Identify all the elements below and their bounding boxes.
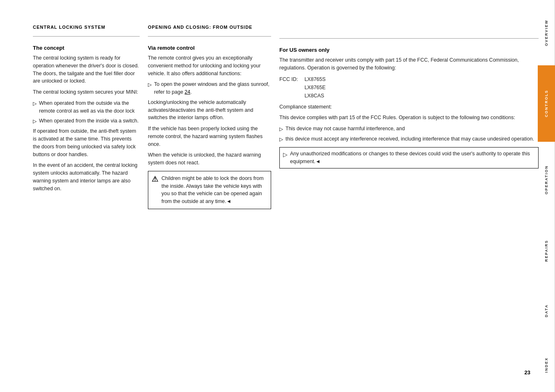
middle-paragraph-1: The remote control gives you an exceptio…: [148, 54, 271, 77]
left-divider: [33, 36, 140, 37]
compliance-title: Compliance statement:: [279, 103, 539, 111]
middle-bullet-1: ▷ To open the power windows and the glas…: [148, 81, 271, 96]
fcc-label: FCC ID:: [279, 75, 298, 100]
right-bullet-2-text: this device must accept any interference…: [286, 135, 534, 143]
right-bullet-2: ▷ this device must accept any interferen…: [279, 135, 539, 143]
sidebar-operation-label: OPERATION: [544, 166, 548, 195]
bullet-arrow-icon-5: ▷: [279, 136, 283, 143]
sidebar-overview-label: OVERVIEW: [544, 19, 548, 46]
middle-paragraph-3: If the vehicle has been properly locked …: [148, 125, 271, 148]
fcc-row: FCC ID: LX8765S LX8765E LX8CAS: [279, 75, 539, 100]
middle-column: OPENING AND CLOSING: FROM OUTSIDE Via re…: [148, 25, 271, 376]
bullet-arrow-icon-4: ▷: [279, 125, 283, 133]
left-column: CENTRAL LOCKING SYSTEM The concept The c…: [33, 25, 140, 376]
sidebar-item-data[interactable]: DATA: [538, 284, 555, 338]
left-paragraph-2: The central locking system secures your …: [33, 88, 140, 96]
right-paragraph-1: The transmitter and receiver units compl…: [279, 56, 539, 72]
compliance-text: This device complies with part 15 of the…: [279, 114, 539, 122]
sidebar-index-label: INDEX: [544, 357, 548, 373]
sidebar-item-repairs[interactable]: REPAIRS: [538, 218, 555, 284]
columns-row: CENTRAL LOCKING SYSTEM The concept The c…: [33, 25, 539, 376]
left-bullet-1: ▷ When operated from the outside via the…: [33, 99, 140, 115]
middle-subsection-title: Via remote control: [148, 45, 271, 51]
main-content: CENTRAL LOCKING SYSTEM The concept The c…: [0, 0, 555, 392]
right-bullet-1-text: This device may not cause harmful interf…: [286, 125, 405, 133]
fcc-value-3: LX8CAS: [304, 92, 325, 100]
sidebar-repairs-label: REPAIRS: [544, 240, 548, 262]
middle-bullet-1-text: To open the power windows and the glass …: [154, 81, 271, 96]
bullet-arrow-icon-1: ▷: [33, 100, 37, 107]
sidebar-item-controls[interactable]: CONTROLS: [538, 65, 555, 142]
bullet-arrow-icon-3: ▷: [148, 81, 152, 88]
sidebar-data-label: DATA: [544, 304, 548, 317]
sidebar: OVERVIEW CONTROLS OPERATION REPAIRS DATA…: [538, 0, 555, 392]
left-section-title: CENTRAL LOCKING SYSTEM: [33, 25, 140, 30]
sidebar-item-overview[interactable]: OVERVIEW: [538, 0, 555, 65]
left-bullet-2: ▷ When operated from the inside via a sw…: [33, 117, 140, 125]
right-bullet-1: ▷ This device may not cause harmful inte…: [279, 125, 539, 133]
content-area: CENTRAL LOCKING SYSTEM The concept The c…: [33, 25, 539, 376]
middle-paragraph-4: When the vehicle is unlocked, the hazard…: [148, 151, 271, 167]
note-arrow-icon: ▷: [283, 150, 288, 159]
page-container: CENTRAL LOCKING SYSTEM The concept The c…: [0, 0, 555, 392]
page-number: 23: [525, 369, 530, 376]
right-top-spacer: [279, 25, 539, 38]
warning-text: Children might be able to lock the doors…: [161, 175, 267, 205]
sidebar-item-operation[interactable]: OPERATION: [538, 142, 555, 218]
right-subsection-title: For US owners only: [279, 47, 539, 53]
fcc-value-1: LX8765S: [304, 75, 325, 83]
fcc-table: FCC ID: LX8765S LX8765E LX8CAS: [279, 75, 539, 100]
left-bullet-1-text: When operated from the outside via the r…: [39, 99, 140, 115]
right-column: For US owners only The transmitter and r…: [279, 25, 539, 376]
left-paragraph-4: In the event of an accident, the central…: [33, 161, 140, 192]
warning-icon: ⚠: [152, 174, 158, 185]
right-divider: [279, 38, 539, 39]
fcc-value-2: LX8765E: [304, 83, 325, 92]
middle-section-title: OPENING AND CLOSING: FROM OUTSIDE: [148, 25, 271, 30]
middle-divider: [148, 36, 271, 37]
bullet-arrow-icon-2: ▷: [33, 118, 37, 125]
left-bullet-2-text: When operated from the inside via a swit…: [39, 117, 138, 125]
note-box: ▷ Any unauthorized modifications or chan…: [279, 147, 539, 168]
warning-box: ⚠ Children might be able to lock the doo…: [148, 171, 271, 209]
fcc-values: LX8765S LX8765E LX8CAS: [304, 75, 325, 100]
sidebar-item-index[interactable]: INDEX: [538, 338, 555, 392]
middle-paragraph-2: Locking/unlocking the vehicle automatica…: [148, 99, 271, 122]
left-paragraph-3: If operated from outside, the anti-theft…: [33, 127, 140, 158]
note-text: Any unauthorized modifications or change…: [290, 150, 535, 166]
sidebar-controls-label: CONTROLS: [544, 90, 548, 118]
left-paragraph-1: The central locking system is ready for …: [33, 54, 140, 85]
left-subsection-title: The concept: [33, 45, 140, 51]
page-link[interactable]: 24: [184, 89, 190, 95]
